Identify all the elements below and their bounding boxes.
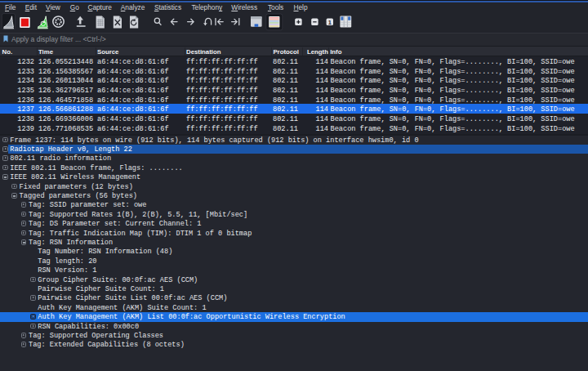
svg-text:1: 1 bbox=[328, 19, 332, 26]
